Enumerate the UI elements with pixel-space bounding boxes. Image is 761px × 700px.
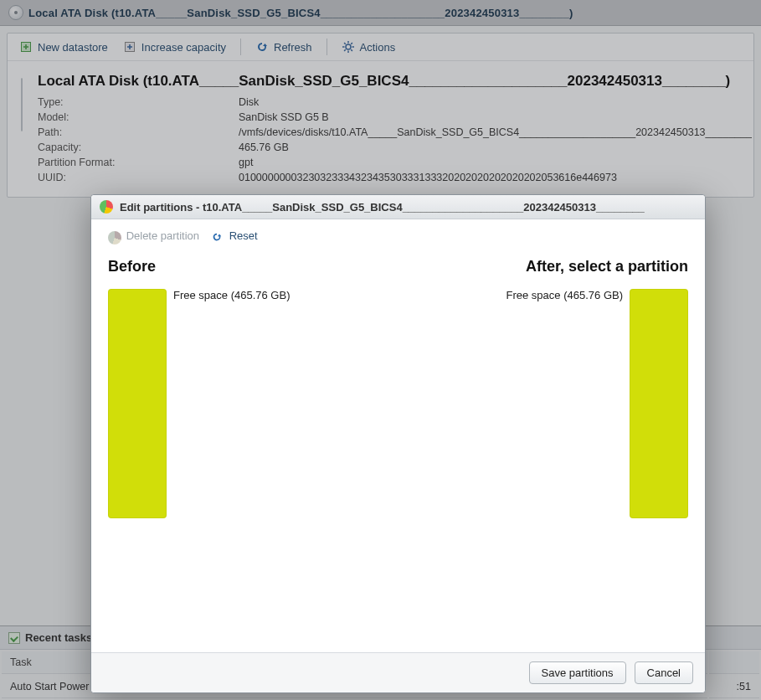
dialog-titlebar[interactable]: Edit partitions - t10.ATA_____SanDisk_SS… (91, 195, 705, 219)
delete-partition-label: Delete partition (126, 229, 199, 242)
dialog-title: Edit partitions - t10.ATA_____SanDisk_SS… (120, 201, 645, 214)
partition-pie-icon (100, 200, 113, 214)
dialog-toolbar: Delete partition Reset (108, 229, 688, 251)
reset-button[interactable]: Reset (211, 229, 258, 243)
reset-icon (211, 231, 223, 243)
after-partition-label: Free space (465.76 GB) (506, 289, 623, 301)
reset-label: Reset (229, 229, 258, 242)
dialog-footer: Save partitions Cancel (91, 652, 705, 692)
before-heading: Before (108, 258, 394, 275)
after-column: After, select a partition Free space (46… (403, 251, 689, 644)
edit-partitions-dialog: Edit partitions - t10.ATA_____SanDisk_SS… (90, 194, 706, 693)
after-partition-bar[interactable] (630, 289, 688, 518)
cancel-button[interactable]: Cancel (635, 661, 693, 684)
save-partitions-button[interactable]: Save partitions (529, 661, 626, 684)
delete-partition-button: Delete partition (108, 229, 199, 243)
after-heading: After, select a partition (403, 258, 689, 275)
before-partition-bar[interactable] (108, 289, 167, 518)
delete-partition-icon (108, 231, 120, 243)
before-partition-label: Free space (465.76 GB) (173, 289, 290, 301)
before-column: Before Free space (465.76 GB) (108, 251, 394, 644)
